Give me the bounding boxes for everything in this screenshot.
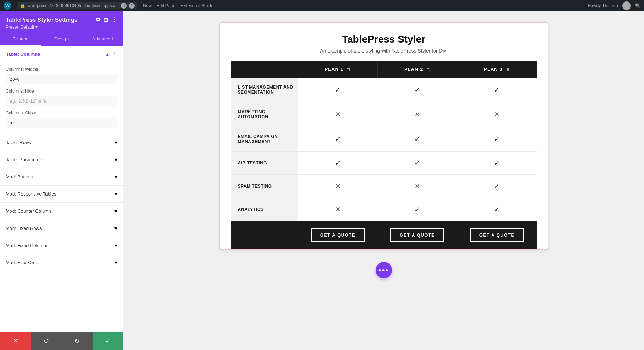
section-mod-fixed-columns: Mod: Fixed Columns: [0, 237, 123, 254]
check-icon: ✓: [335, 86, 341, 94]
feature-label: MARKETING AUTOMATION: [231, 102, 298, 127]
preview-card: TablePress Styler An example of table st…: [219, 22, 548, 250]
check-icon: ✓: [494, 182, 500, 190]
get-quote-button-plan3[interactable]: GET A QUOTE: [470, 228, 524, 242]
section-mod-fixed-rows-header[interactable]: Mod: Fixed Rows: [0, 220, 123, 237]
section-table-parameters-header[interactable]: Table: Parameters: [0, 151, 123, 168]
feature-label: ANALYTICS: [231, 198, 298, 221]
table-row: A/B TESTING ✓ ✓ ✓: [231, 152, 537, 175]
grid-icon[interactable]: ⊞: [103, 16, 108, 23]
section-mod-row-order-title: Mod: Row Order: [6, 260, 40, 265]
check-icon: ✓: [494, 206, 500, 213]
section-mod-fixed-columns-header[interactable]: Mod: Fixed Columns: [0, 237, 123, 254]
columns-show-input[interactable]: [6, 118, 117, 128]
exit-builder-link[interactable]: Exit Visual Builder: [180, 3, 215, 8]
plan2-value: ✓: [377, 198, 457, 221]
cross-icon: ✕: [415, 111, 420, 118]
check-icon: ✓: [494, 86, 500, 94]
floating-action-button[interactable]: •••: [376, 262, 392, 278]
table-subtitle: An example of table styling with TablePr…: [231, 48, 537, 54]
check-icon: ✓: [494, 159, 500, 167]
get-quote-button-plan2[interactable]: GET A QUOTE: [390, 228, 444, 242]
save-button[interactable]: ✓: [93, 332, 123, 350]
footer-empty: [231, 221, 298, 250]
section-mod-responsive-header[interactable]: Mod: Responsive Tables: [0, 186, 123, 202]
check-icon: ✓: [414, 206, 420, 213]
table-header-plan1: PLAN 1 ⇅: [298, 61, 377, 78]
columns-widths-label: Columns: Widths: [6, 67, 117, 72]
preset-label: Preset: Default: [6, 25, 34, 30]
section-table-rows-chevron-icon[interactable]: [114, 139, 117, 146]
undo-button[interactable]: ↺: [31, 332, 62, 350]
sidebar-tabs: Content Design Advanced: [0, 33, 123, 46]
preset-line: Preset: Default: [6, 25, 117, 30]
columns-hide-label: Columns: Hide: [6, 89, 117, 94]
section-mod-counter-chevron-icon[interactable]: [114, 208, 117, 215]
copy-icon[interactable]: ⧉: [96, 16, 100, 23]
section-mod-buttons-chevron-icon[interactable]: [114, 173, 117, 180]
search-icon[interactable]: 🔍: [635, 3, 640, 8]
section-mod-responsive-chevron-icon[interactable]: [114, 191, 117, 197]
plan3-value: ✓: [457, 127, 537, 152]
section-table-parameters-chevron-icon[interactable]: [114, 156, 117, 163]
plan1-value: ✕: [298, 102, 377, 127]
sort-icon-plan3: ⇅: [506, 67, 510, 72]
section-table-rows-header[interactable]: Table: Rows: [0, 134, 123, 151]
more-icon[interactable]: ⋮: [112, 16, 117, 23]
plan2-value: ✓: [377, 152, 457, 175]
tab-advanced[interactable]: Advanced: [82, 33, 123, 46]
check-icon: ✓: [414, 135, 420, 143]
plan1-value: ✓: [298, 127, 377, 152]
section-table-columns-header[interactable]: Table: Columns ▴ ⋮: [0, 46, 123, 63]
table-footer-row: GET A QUOTE GET A QUOTE GET A QUOTE: [231, 221, 537, 250]
sidebar: TablePress Styler Settings ⧉ ⊞ ⋮ Preset:…: [0, 11, 123, 350]
preset-chevron-icon[interactable]: [35, 25, 38, 30]
site-url[interactable]: 🔒 wordpress-784896-3610405.cloudwaysapps…: [17, 2, 137, 9]
section-mod-responsive: Mod: Responsive Tables: [0, 186, 123, 203]
section-mod-counter-header[interactable]: Mod: Counter Column: [0, 203, 123, 220]
cross-icon: ✕: [335, 183, 341, 190]
section-mod-buttons-header[interactable]: Mod: Buttons: [0, 168, 123, 185]
section-mod-counter-title: Mod: Counter Column: [6, 208, 51, 214]
section-mod-fixed-columns-chevron-icon[interactable]: [114, 242, 117, 249]
section-mod-row-order-header[interactable]: Mod: Row Order: [0, 254, 123, 271]
plan1-value: ✕: [298, 198, 377, 221]
section-table-columns: Table: Columns ▴ ⋮ Columns: Widths Colum…: [0, 46, 123, 134]
notif-badge: 0: [129, 3, 135, 9]
plan2-value: ✓: [377, 78, 457, 102]
section-table-columns-body: Columns: Widths Columns: Hide Columns: S…: [0, 67, 123, 134]
columns-hide-input[interactable]: [6, 96, 117, 106]
feature-label: EMAIL CAMPAIGN MANAGEMENT: [231, 127, 298, 152]
table-header-row: PLAN 1 ⇅ PLAN 2 ⇅ PLAN 3 ⇅: [231, 61, 537, 78]
redo-button[interactable]: ↻: [62, 332, 93, 350]
check-icon: ✓: [414, 86, 420, 94]
user-greeting: Howdy, Deanna: [588, 3, 618, 8]
columns-widths-input[interactable]: [6, 74, 117, 84]
section-mod-fixed-rows-chevron-icon[interactable]: [114, 225, 117, 232]
section-table-rows-title: Table: Rows: [6, 140, 31, 145]
section-mod-fixed-rows: Mod: Fixed Rows: [0, 220, 123, 237]
section-mod-counter: Mod: Counter Column: [0, 203, 123, 220]
cancel-button[interactable]: ✕: [0, 332, 31, 350]
collapse-icon[interactable]: ▴: [106, 51, 109, 58]
footer-plan2: GET A QUOTE: [377, 221, 457, 250]
card-inner: TablePress Styler An example of table st…: [220, 23, 548, 249]
section-mod-fixed-columns-title: Mod: Fixed Columns: [6, 243, 48, 248]
feature-label: LIST MANAGEMENT AND SEGMENTATION: [231, 78, 298, 102]
footer-plan3: GET A QUOTE: [457, 221, 537, 250]
check-icon: ✓: [335, 135, 341, 143]
table-row: LIST MANAGEMENT AND SEGMENTATION ✓ ✓ ✓: [231, 78, 537, 102]
get-quote-button-plan1[interactable]: GET A QUOTE: [311, 228, 365, 242]
plan2-value: ✕: [377, 102, 457, 127]
tab-design[interactable]: Design: [41, 33, 82, 46]
edit-page-link[interactable]: Edit Page: [157, 3, 175, 8]
section-mod-row-order-chevron-icon[interactable]: [114, 259, 117, 266]
table-row: MARKETING AUTOMATION ✕ ✕ ✕: [231, 102, 537, 127]
new-link[interactable]: New: [143, 3, 152, 8]
preview-area: TablePress Styler An example of table st…: [123, 11, 644, 350]
section-more-icon[interactable]: ⋮: [112, 51, 117, 58]
tab-content[interactable]: Content: [0, 33, 41, 46]
main-layout: TablePress Styler Settings ⧉ ⊞ ⋮ Preset:…: [0, 11, 644, 350]
sidebar-header-icons: ⧉ ⊞ ⋮: [96, 16, 117, 23]
section-mod-fixed-rows-title: Mod: Fixed Rows: [6, 226, 42, 231]
